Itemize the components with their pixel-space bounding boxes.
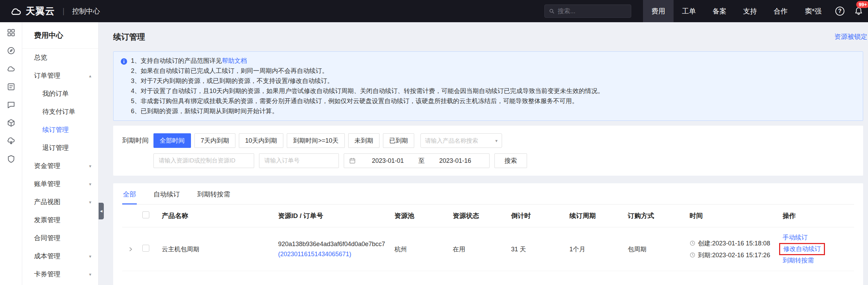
column-resource-status: 资源状态	[453, 211, 511, 220]
order-id-link[interactable]: (20230116151434065671)	[278, 251, 351, 258]
sidebar-item-my-orders[interactable]: 我的订单	[22, 85, 98, 103]
nav-item-label: 费用	[651, 7, 665, 16]
filter-btn-7-days[interactable]: 7天内到期	[194, 133, 235, 148]
sidebar: 费用中心 总览 订单管理▴ 我的订单 待支付订单 续订管理 退订管理 资金管理▾…	[22, 22, 99, 285]
created-time: 创建:2023-01-16 15:18:08	[690, 239, 779, 248]
help-doc-link[interactable]: 帮助文档	[222, 57, 247, 64]
filter-btn-not-expired[interactable]: 未到期	[348, 133, 379, 148]
filter-btn-10-days[interactable]: 10天内到期	[239, 133, 283, 148]
filter-btn-gte-10-days[interactable]: 到期时间>=10天	[287, 133, 345, 148]
sidebar-item-cost-management[interactable]: 成本管理▾	[22, 247, 98, 265]
compass-icon[interactable]	[6, 46, 16, 56]
renewal-table-panel: 全部 自动续订 到期转按需 产品名称 资源ID / 订单号 资源池 资源状态 倒…	[113, 183, 863, 285]
expire-time-label: 到期时间	[122, 136, 150, 145]
nav-item-label: 工单	[682, 7, 696, 16]
row-checkbox[interactable]	[142, 245, 149, 252]
user-menu[interactable]: 窦*强	[796, 7, 831, 16]
resource-id-value: 920a138b936e4ad3af6f04d0a0e7bcc7	[278, 241, 391, 248]
column-resource-id: 资源ID / 订单号	[278, 211, 394, 220]
global-search[interactable]	[544, 5, 631, 18]
sidebar-item-renewal-management[interactable]: 续订管理	[22, 121, 98, 139]
filter-row-search: 2023-01-01 至 2023-01-16 搜索	[122, 153, 854, 168]
select-all-checkbox[interactable]	[142, 211, 149, 218]
notice-line-6: 6、已到期的资源，新续订周期从到期时间开始计算。	[131, 106, 855, 116]
brand-name: 天翼云	[26, 5, 55, 17]
filter-btn-all-time[interactable]: 全部时间	[153, 133, 191, 148]
nav-item-workorder[interactable]: 工单	[674, 0, 704, 22]
date-separator: 至	[417, 157, 426, 165]
message-icon[interactable]	[6, 100, 16, 110]
nav-item-cooperation[interactable]: 合作	[765, 0, 796, 22]
sidebar-item-label: 合同管理	[34, 234, 60, 243]
nav-item-fee[interactable]: 费用	[643, 0, 674, 22]
sidebar-item-pending-orders[interactable]: 待支付订单	[22, 103, 98, 121]
date-range-picker[interactable]: 2023-01-01 至 2023-01-16	[344, 153, 490, 168]
sidebar-collapse-handle[interactable]: ◀	[99, 203, 104, 219]
brand-logo[interactable]: 天翼云	[10, 5, 55, 17]
search-input[interactable]	[558, 8, 627, 15]
username: 窦*强	[805, 7, 821, 16]
resource-pool-cell: 杭州	[394, 245, 453, 253]
sidebar-item-label: 卡券管理	[34, 270, 60, 279]
column-product-name: 产品名称	[162, 211, 278, 220]
topbar-nav: 费用 工单 备案 支持 合作	[643, 0, 796, 22]
sidebar-item-order-management[interactable]: 订单管理▴	[22, 67, 98, 85]
sidebar-item-product-view[interactable]: 产品视图▾	[22, 193, 98, 211]
sidebar-item-unsubscribe-management[interactable]: 退订管理	[22, 139, 98, 157]
clock-icon	[690, 252, 695, 258]
sidebar-item-bill-management[interactable]: 账单管理▾	[22, 175, 98, 193]
help-button[interactable]: ?	[831, 0, 849, 22]
main-content: 续订管理 资源被锁定 1、支持自动续订的产品范围详见帮助文档 2、如果在自动续订…	[99, 22, 868, 285]
expire-to-on-demand-link[interactable]: 到期转按需	[783, 257, 814, 264]
sidebar-item-contract-management[interactable]: 合同管理	[22, 229, 98, 247]
tab-expire-to-on-demand[interactable]: 到期转按需	[197, 183, 231, 204]
manual-renew-link[interactable]: 手动续订	[783, 234, 808, 241]
sidebar-item-coupon-management[interactable]: 卡券管理▾	[22, 265, 98, 283]
chevron-right-icon[interactable]	[128, 246, 133, 252]
divider: |	[62, 7, 65, 16]
worklist-icon[interactable]	[6, 82, 16, 92]
order-id-input[interactable]	[259, 153, 339, 168]
calendar-icon	[349, 157, 356, 164]
sidebar-title: 费用中心	[22, 22, 98, 49]
sidebar-item-label: 发票管理	[34, 216, 60, 225]
tab-all[interactable]: 全部	[122, 183, 137, 204]
nav-item-filing[interactable]: 备案	[704, 0, 735, 22]
notice-line-3: 3、对于7天内到期的资源，或已到期的资源，不支持设置/修改自动续订。	[131, 76, 855, 86]
tab-auto-renew[interactable]: 自动续订	[153, 183, 181, 204]
console-center-link[interactable]: 控制中心	[72, 7, 100, 16]
product-name-select[interactable]: 请输入产品名称搜索 ▾	[420, 133, 502, 148]
sidebar-item-label: 待支付订单	[42, 107, 75, 116]
sidebar-item-invoice-management[interactable]: 发票管理	[22, 211, 98, 229]
action-line: 手动续订	[783, 233, 851, 242]
modify-auto-renew-link[interactable]: 修改自动续订	[783, 245, 821, 252]
cloud-icon[interactable]	[6, 64, 16, 74]
cloud-service-icon[interactable]	[6, 136, 16, 146]
notifications-button[interactable]: 99+	[849, 0, 868, 22]
sidebar-item-label: 总览	[34, 53, 47, 62]
table-tabs: 全部 自动续订 到期转按需	[122, 183, 854, 204]
locked-resources-link[interactable]: 资源被锁定	[834, 32, 867, 41]
sidebar-item-label: 产品视图	[34, 198, 60, 207]
date-start-value[interactable]: 2023-01-01	[359, 157, 417, 165]
date-end-value[interactable]: 2023-01-16	[426, 157, 484, 165]
notice-line-1: 1、支持自动续订的产品范围详见帮助文档	[131, 56, 855, 66]
cube-icon[interactable]	[6, 118, 16, 128]
sidebar-item-label: 我的订单	[42, 89, 69, 98]
chevron-down-icon: ▾	[495, 138, 498, 143]
shield-icon[interactable]	[6, 154, 16, 164]
nav-item-support[interactable]: 支持	[735, 0, 765, 22]
sidebar-item-funds-management[interactable]: 资金管理▾	[22, 157, 98, 175]
apps-grid-icon[interactable]	[6, 28, 16, 37]
resource-id-input[interactable]	[153, 153, 254, 168]
filter-btn-expired[interactable]: 已到期	[383, 133, 414, 148]
search-button[interactable]: 搜索	[494, 153, 527, 168]
chevron-down-icon: ▾	[89, 164, 91, 169]
sidebar-item-overview[interactable]: 总览	[22, 49, 98, 67]
notice-banner: 1、支持自动续订的产品范围详见帮助文档 2、如果在自动续订前已完成人工续订，则同…	[113, 51, 863, 121]
expand-cell	[122, 246, 142, 252]
icon-rail	[0, 22, 22, 285]
sidebar-item-label: 退订管理	[42, 143, 69, 152]
sidebar-item-label: 续订管理	[42, 125, 69, 134]
help-icon: ?	[835, 7, 844, 16]
